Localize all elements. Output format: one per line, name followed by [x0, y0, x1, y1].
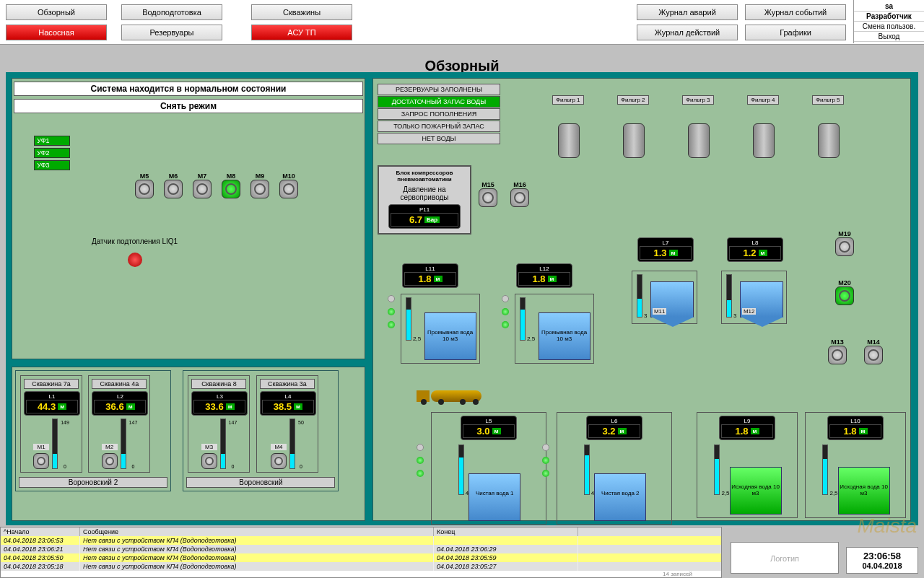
wash-tank-2[interactable]: 2,5 Промывная вода 10 м3 — [515, 294, 594, 364]
well-group-label: Вороновский — [186, 477, 335, 488]
alarm-row[interactable]: 04.04.2018 23:06:53Нет связи с устройств… — [1, 536, 721, 545]
nav-asu-tp[interactable]: АСУ ТП — [251, 25, 352, 40]
pump-m9[interactable] — [250, 180, 269, 198]
filter-1[interactable] — [558, 123, 580, 158]
well-8[interactable]: Скважина 8 L333.6м M3 1470 — [188, 375, 250, 473]
pump-m5[interactable] — [135, 180, 154, 198]
logo-placeholder: Логотип — [731, 542, 839, 574]
alarm-panel[interactable]: ^Начало Сообщение Конец 04.04.2018 23:06… — [0, 527, 722, 578]
nav-graphs[interactable]: Графики — [745, 25, 846, 40]
well-3a[interactable]: Скважина 3а L438.5м M4 500 — [256, 375, 318, 473]
status-item: НЕТ ВОДЫ — [378, 133, 500, 144]
alarm-row[interactable]: 04.04.2018 23:05:50Нет связи с устройств… — [1, 553, 721, 562]
compressor-subtitle: Давление на сервоприводы — [382, 185, 467, 201]
logout-link[interactable]: Выход — [854, 32, 924, 42]
pump-label: М5 — [135, 172, 154, 180]
hopper-m11[interactable]: 3 M11 — [632, 271, 697, 324]
pump-m16[interactable] — [510, 188, 529, 207]
filter-3-label: Фильтр 3 — [682, 95, 714, 105]
clock-time: 23:06:58 — [850, 551, 915, 561]
pump-m10[interactable] — [279, 180, 298, 198]
wash-tank-1[interactable]: 2,5 Промывная вода 10 м3 — [401, 294, 480, 364]
right-panel: РЕЗЕРВУАРЫ ЗАПОЛНЕНЫ ДОСТАТОЧНЫЙ ЗАПАС В… — [372, 78, 911, 521]
pump-label: М9 — [250, 172, 269, 180]
clock: 23:06:58 04.04.2018 — [846, 547, 918, 574]
alarm-header: ^Начало Сообщение Конец — [1, 527, 721, 536]
filter-5[interactable] — [818, 123, 840, 158]
filter-4[interactable] — [753, 123, 775, 158]
well-7a[interactable]: Скважина 7а L144.3м M1 1490 — [20, 375, 82, 473]
pump-label: М10 — [279, 172, 298, 180]
alarm-row[interactable]: 04.04.2018 23:06:21Нет связи с устройств… — [1, 545, 721, 553]
user-block: sa Разработчик Смена пользов. Выход — [853, 0, 924, 43]
status-item: РЕЗЕРВУАРЫ ЗАПОЛНЕНЫ — [378, 84, 500, 95]
nav-action-log[interactable]: Журнал действий — [637, 25, 738, 40]
nav-water-treatment[interactable]: Водоподготовка — [121, 4, 222, 20]
filter-5-label: Фильтр 5 — [812, 95, 844, 105]
clock-date: 04.04.2018 — [850, 561, 915, 570]
pump-m20[interactable] — [835, 286, 854, 305]
nav-event-log[interactable]: Журнал событий — [745, 4, 846, 20]
alarm-count: 14 записей — [1, 571, 721, 577]
user-name: sa — [854, 1, 924, 12]
nav-overview[interactable]: Обзорный — [6, 4, 107, 20]
filter-3[interactable] — [688, 123, 710, 158]
reservoir-status-list: РЕЗЕРВУАРЫ ЗАПОЛНЕНЫ ДОСТАТОЧНЫЙ ЗАПАС В… — [378, 83, 500, 145]
well-group-label: Вороновский 2 — [19, 477, 167, 488]
filter-2-label: Фильтр 2 — [617, 95, 649, 105]
user-role: Разработчик — [854, 12, 924, 22]
status-item-active: ДОСТАТОЧНЫЙ ЗАПАС ВОДЫ — [378, 96, 500, 108]
pump-m6[interactable] — [164, 180, 183, 198]
pump-label: М8 — [222, 172, 240, 180]
pump-label: М6 — [164, 172, 183, 180]
alarm-row[interactable]: 04.04.2018 23:05:18Нет связи с устройств… — [1, 562, 721, 571]
compressor-panel[interactable]: Блок компрессоров пневмоавтоматики Давле… — [378, 165, 471, 235]
hopper-m12[interactable]: 3 M12 — [721, 271, 787, 324]
pump-m15[interactable] — [479, 188, 497, 207]
pump-m13[interactable] — [828, 346, 847, 364]
filter-1-label: Фильтр 1 — [552, 95, 584, 105]
nav-alarm-log[interactable]: Журнал аварий — [637, 4, 738, 20]
truck-icon — [417, 387, 489, 405]
nav-pumping[interactable]: Насосная — [6, 25, 107, 40]
pump-m7[interactable] — [193, 180, 212, 198]
system-status: Система находится в нормальном состоянии — [14, 82, 363, 96]
change-user-link[interactable]: Смена пользов. — [854, 22, 924, 32]
clean-tank-2[interactable]: L63.2м 4Чистая вода 2 — [557, 412, 672, 525]
nav-reservoirs[interactable]: Резервуары — [121, 25, 222, 40]
mode-button[interactable]: Снять режим — [14, 99, 363, 113]
uv3-indicator[interactable]: УФ3 — [34, 160, 70, 170]
uv2-indicator[interactable]: УФ2 — [34, 148, 70, 158]
top-toolbar: Обзорный Водоподготовка Скважины Насосна… — [0, 0, 924, 45]
status-item: ТОЛЬКО ПОЖАРНЫЙ ЗАПАС — [378, 121, 500, 132]
sensor-label: Датчик подтопления LIQ1 — [92, 237, 178, 245]
well-4a[interactable]: Скважина 4а L236.6м M2 1470 — [88, 375, 150, 473]
filter-2[interactable] — [623, 123, 645, 158]
pump-label: М7 — [193, 172, 212, 180]
pump-m19[interactable] — [835, 237, 854, 256]
left-panel: Система находится в нормальном состоянии… — [12, 78, 365, 359]
main-scada: Система находится в нормальном состоянии… — [6, 72, 918, 525]
status-item: ЗАПРОС ПОПОЛНЕНИЯ — [378, 108, 500, 120]
flood-sensor-icon[interactable] — [128, 253, 142, 267]
filter-4-label: Фильтр 4 — [747, 95, 779, 105]
nav-wells[interactable]: Скважины — [251, 4, 352, 20]
pump-m14[interactable] — [864, 346, 883, 364]
pump-m8[interactable] — [222, 180, 240, 198]
uv1-indicator[interactable]: УФ1 — [34, 136, 70, 146]
wells-panel: Скважина 7а L144.3м M1 1490 Скважина 4а … — [12, 367, 365, 521]
source-tank-1[interactable]: L91.8м 2,5Исходная вода 10 м3 — [697, 412, 798, 518]
source-tank-2[interactable]: L101.8м 2,5Исходная вода 10 м3 — [805, 412, 906, 518]
clean-tank-1[interactable]: L53.0м 4Чистая вода 1 — [431, 412, 546, 525]
compressor-title: Блок компрессоров пневмоавтоматики — [382, 170, 467, 183]
